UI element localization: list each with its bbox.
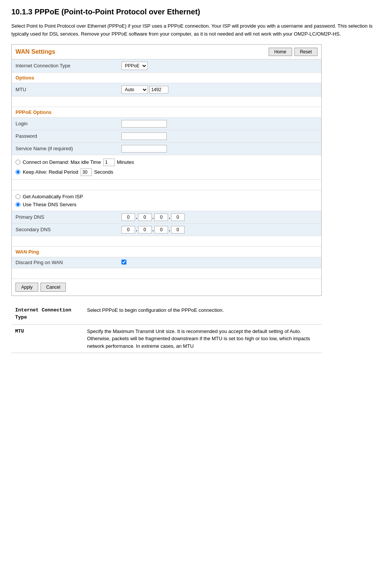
service-name-input[interactable] bbox=[121, 145, 167, 153]
desc-text-internet-connection-type: Select PPPoE to begin configuration of t… bbox=[83, 303, 322, 325]
primary-dns-sep1: . bbox=[136, 214, 137, 220]
mtu-value-cell: Auto Manual bbox=[118, 83, 321, 96]
login-input[interactable] bbox=[121, 120, 167, 128]
connect-on-demand-input[interactable] bbox=[103, 159, 115, 166]
primary-dns-sep3: . bbox=[169, 214, 170, 220]
primary-dns-sep2: . bbox=[152, 214, 154, 220]
primary-dns-row: Primary DNS . . . bbox=[12, 211, 321, 223]
desc-row-mtu: MTU Specify the Maximum Transmit Unit si… bbox=[11, 324, 322, 353]
keep-alive-radio[interactable] bbox=[16, 170, 20, 174]
internet-connection-type-label: Internet Connection Type bbox=[12, 59, 118, 73]
password-input[interactable] bbox=[121, 132, 167, 140]
pppoe-options-section-row: PPPoE Options bbox=[12, 107, 321, 117]
primary-dns-ip-group: . . . bbox=[121, 213, 317, 221]
secondary-dns-sep1: . bbox=[136, 227, 137, 232]
login-label: Login bbox=[12, 117, 118, 130]
header-buttons: Home Reset bbox=[269, 48, 317, 56]
secondary-dns-octet3[interactable] bbox=[154, 226, 168, 233]
spacer-row-4 bbox=[12, 268, 321, 279]
service-name-row: Service Name (if required) bbox=[12, 142, 321, 155]
apply-button[interactable]: Apply bbox=[16, 283, 38, 292]
desc-term-internet-connection-type: Internet Connection Type bbox=[11, 303, 83, 325]
get-auto-label: Get Automatically From ISP bbox=[23, 194, 83, 199]
primary-dns-label: Primary DNS bbox=[12, 211, 118, 223]
secondary-dns-sep3: . bbox=[169, 227, 170, 232]
secondary-dns-label: Secondary DNS bbox=[12, 223, 118, 236]
intro-text: Select Point to Point Protocol over Ethe… bbox=[11, 22, 381, 38]
spacer-row-2 bbox=[12, 179, 321, 190]
desc-row-internet-connection-type: Internet Connection Type Select PPPoE to… bbox=[11, 303, 322, 325]
get-auto-cell: Get Automatically From ISP Use These DNS… bbox=[12, 190, 321, 211]
discard-ping-value-cell bbox=[118, 257, 321, 268]
login-value-cell bbox=[118, 117, 321, 130]
secondary-dns-octet1[interactable] bbox=[121, 226, 135, 233]
pppoe-options-section-label: PPPoE Options bbox=[12, 107, 321, 117]
options-section-label: Options bbox=[12, 72, 321, 83]
mtu-select[interactable]: Auto Manual bbox=[121, 86, 148, 94]
primary-dns-octet4[interactable] bbox=[171, 213, 185, 221]
discard-ping-checkbox[interactable] bbox=[121, 260, 126, 265]
wan-header: WAN Settings Home Reset bbox=[12, 45, 321, 59]
get-auto-row: Get Automatically From ISP Use These DNS… bbox=[12, 190, 321, 211]
secondary-dns-row: Secondary DNS . . . bbox=[12, 223, 321, 236]
password-value-cell bbox=[118, 130, 321, 142]
wan-ping-section-row: WAN Ping bbox=[12, 246, 321, 257]
seconds-label: Seconds bbox=[94, 169, 114, 175]
service-name-value-cell bbox=[118, 142, 321, 155]
spacer-row-1 bbox=[12, 96, 321, 107]
use-these-radio[interactable] bbox=[16, 202, 20, 207]
keep-alive-input[interactable] bbox=[81, 168, 92, 176]
primary-dns-octet1[interactable] bbox=[121, 213, 135, 221]
use-these-label: Use These DNS Servers bbox=[23, 202, 76, 207]
keep-alive-radio-row: Keep Alive: Redial Period Seconds bbox=[16, 167, 317, 177]
page-title: 10.1.3 PPPoE (Point-to-Point Protocol ov… bbox=[11, 8, 381, 16]
connect-on-demand-radio[interactable] bbox=[16, 160, 20, 165]
service-name-label: Service Name (if required) bbox=[12, 142, 118, 155]
minutes-label: Minutes bbox=[117, 159, 134, 165]
home-button[interactable]: Home bbox=[269, 48, 292, 56]
action-buttons: Apply Cancel bbox=[12, 279, 321, 296]
login-row: Login bbox=[12, 117, 321, 130]
internet-connection-type-select[interactable]: PPPoE DHCP Static PPTP L2TP bbox=[121, 62, 148, 70]
primary-dns-octet2[interactable] bbox=[138, 213, 152, 221]
discard-ping-row: Discard Ping on WAN bbox=[12, 257, 321, 268]
password-row: Password bbox=[12, 130, 321, 142]
get-auto-radio[interactable] bbox=[16, 194, 20, 199]
connect-on-demand-label: Connect on Demand: Max idle Time bbox=[23, 159, 101, 165]
mtu-label: MTU bbox=[12, 83, 118, 96]
secondary-dns-ip-group: . . . bbox=[121, 226, 317, 233]
mtu-row: MTU Auto Manual bbox=[12, 83, 321, 96]
primary-dns-value-cell: . . . bbox=[118, 211, 321, 223]
connect-on-demand-row: Connect on Demand: Max idle Time Minutes… bbox=[12, 155, 321, 179]
description-table: Internet Connection Type Select PPPoE to… bbox=[11, 303, 322, 353]
options-section-row: Options bbox=[12, 72, 321, 83]
secondary-dns-value-cell: . . . bbox=[118, 223, 321, 236]
mtu-input[interactable] bbox=[149, 86, 168, 93]
use-these-radio-row: Use These DNS Servers bbox=[16, 201, 317, 209]
discard-ping-label: Discard Ping on WAN bbox=[12, 257, 118, 268]
wan-settings-box: WAN Settings Home Reset Internet Connect… bbox=[11, 44, 322, 296]
secondary-dns-octet4[interactable] bbox=[171, 226, 185, 233]
connect-on-demand-radio-row: Connect on Demand: Max idle Time Minutes bbox=[16, 157, 317, 167]
reset-button[interactable]: Reset bbox=[294, 48, 317, 56]
desc-term-mtu: MTU bbox=[11, 324, 83, 353]
desc-text-mtu: Specify the Maximum Transmit Unit size. … bbox=[83, 324, 322, 353]
internet-connection-type-row: Internet Connection Type PPPoE DHCP Stat… bbox=[12, 59, 321, 73]
settings-table: Internet Connection Type PPPoE DHCP Stat… bbox=[12, 59, 321, 279]
wan-ping-section-label: WAN Ping bbox=[12, 246, 321, 257]
internet-connection-type-value: PPPoE DHCP Static PPTP L2TP bbox=[118, 59, 321, 73]
primary-dns-octet3[interactable] bbox=[154, 213, 168, 221]
secondary-dns-octet2[interactable] bbox=[138, 226, 152, 233]
cancel-button[interactable]: Cancel bbox=[40, 283, 66, 292]
keep-alive-label: Keep Alive: Redial Period bbox=[23, 169, 78, 175]
spacer-row-3 bbox=[12, 236, 321, 246]
secondary-dns-sep2: . bbox=[152, 227, 154, 232]
wan-settings-title: WAN Settings bbox=[16, 48, 55, 55]
get-auto-radio-row: Get Automatically From ISP bbox=[16, 193, 317, 201]
connect-on-demand-cell: Connect on Demand: Max idle Time Minutes… bbox=[12, 155, 321, 179]
password-label: Password bbox=[12, 130, 118, 142]
